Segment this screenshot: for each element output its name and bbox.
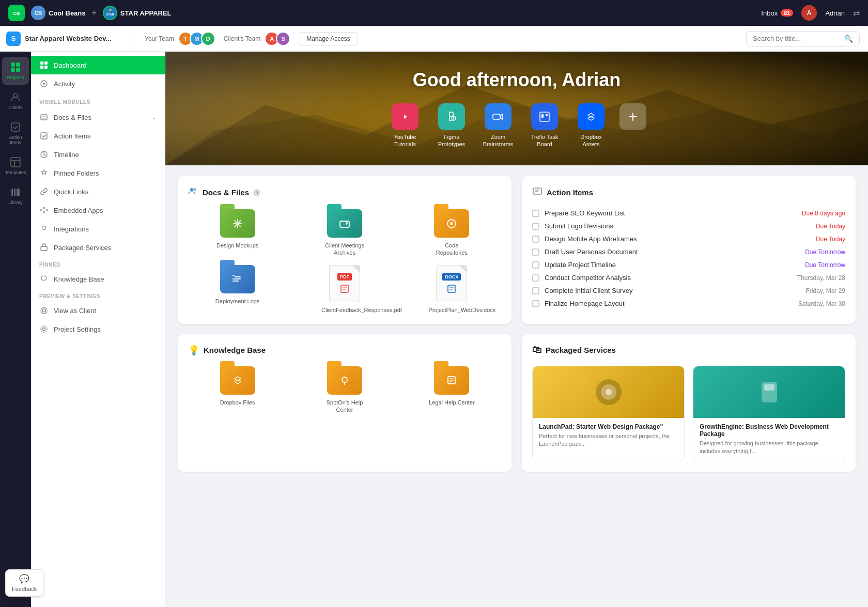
kb-spoton[interactable]: SpotOn's Help Center (295, 366, 394, 414)
docs-files-info[interactable]: ℹ (253, 189, 260, 196)
service-launchpad[interactable]: LaunchPad: Starter Web Design Package" P… (532, 366, 685, 461)
docs-files-title-text: Docs & Files (203, 188, 249, 197)
sidebar-item-projects[interactable]: Projects (2, 57, 29, 85)
search-box[interactable]: 🔍 (746, 31, 860, 46)
folder-deployment-logs[interactable]: Deployment Logs (188, 265, 287, 314)
action-items-card-title: Action Items (532, 186, 845, 199)
clients-team-label: Client's Team (224, 35, 260, 42)
sidebar-item-clients[interactable]: Clients (2, 87, 29, 115)
folder-code-repos[interactable]: Code Repositories (402, 209, 501, 257)
feedback-button[interactable]: 💬 Feedback (5, 569, 43, 597)
inbox-button[interactable]: Inbox 81 (761, 9, 793, 17)
switch-icon[interactable]: ⇄ (853, 8, 860, 18)
packaged-services-card-label: Packaged Services (546, 346, 616, 354)
search-input[interactable] (753, 35, 840, 42)
action-items-nav-icon (39, 131, 49, 141)
packaged-services-card: 🛍 Packaged Services LaunchPad: Starter W… (522, 334, 856, 472)
action-item-seo: Prepare SEO Keyword List Due 8 days ago (532, 209, 845, 217)
svg-rect-49 (340, 221, 349, 227)
app-zoom[interactable]: Zoom Brainstorms (480, 103, 516, 148)
svg-rect-70 (764, 384, 774, 391)
sidebar-item-library[interactable]: Library (2, 182, 29, 210)
knowledge-base-label: Knowledge Base (54, 275, 104, 283)
agency-name[interactable]: CB Cool Beans (31, 6, 86, 20)
kb-grid: Dropbox Files SpotOn's Help Center (188, 366, 501, 414)
action-survey-due: Friday, Mar 29 (806, 287, 845, 294)
action-wireframes-due: Due Today (816, 236, 845, 243)
svg-rect-58 (533, 188, 541, 194)
left-icon-bar: Projects Clients Action Items Templates … (0, 52, 31, 607)
manage-access-button[interactable]: Manage Access (299, 32, 358, 45)
hero-banner: Good afternoon, Adrian YouTube Tutorials… (165, 52, 868, 165)
sidebar-item-templates[interactable]: Templates (2, 152, 29, 180)
clients-team-group: Client's Team A S (224, 32, 290, 46)
svg-rect-31 (41, 133, 47, 139)
sidebar-integrations[interactable]: Integrations (31, 220, 165, 238)
client-meetings-label: Client Meetings Archives (321, 242, 368, 257)
sidebar-activity[interactable]: Activity (31, 74, 165, 93)
kb-dropbox-files[interactable]: Dropbox Files (188, 366, 287, 414)
client-switcher[interactable]: ★STAR STAR APPAREL (103, 6, 172, 20)
user-avatar[interactable]: A (801, 5, 817, 21)
agency-logo: CB (31, 6, 45, 20)
dropbox-icon (578, 103, 605, 130)
action-logo-checkbox[interactable] (532, 223, 539, 230)
service-growthengine[interactable]: GrowthEngine: Business Web Development P… (693, 366, 845, 461)
file-client-feedback[interactable]: PDF ClientFeedback_Responses.pdf (295, 265, 394, 314)
action-survey-checkbox[interactable] (532, 287, 539, 294)
sidebar-action-items[interactable]: Action Items (31, 127, 165, 145)
sidebar-timeline[interactable]: Timeline (31, 145, 165, 164)
svg-point-34 (42, 309, 45, 312)
app-dropbox[interactable]: Dropbox Assets (573, 103, 609, 148)
file-project-plan[interactable]: DOCX ProjectPlan_WebDev.docx (402, 265, 501, 314)
docs-files-chevron: ⌄ (151, 114, 157, 121)
sidebar-dashboard[interactable]: Dashboard (31, 56, 165, 74)
embedded-apps-label: Embedded Apps (54, 207, 103, 214)
folder-design-mockups[interactable]: Design Mockups (188, 209, 287, 257)
action-seo-checkbox[interactable] (532, 210, 539, 217)
sidebar-knowledge-base[interactable]: Knowledge Base (31, 270, 165, 288)
sidebar-item-action-items[interactable]: Action Items (2, 117, 29, 150)
hero-greeting: Good afternoon, Adrian (413, 69, 621, 91)
hero-apps: YouTube Tutorials Figma Prototypes Zoom … (387, 103, 646, 148)
sidebar-docs-files[interactable]: Docs & Files ⌄ (31, 108, 165, 127)
sidebar-view-as-client[interactable]: View as Client (31, 301, 165, 320)
kb-legal[interactable]: Legal Help Center (402, 366, 501, 414)
topbar-right: Inbox 81 A Adrian ⇄ (761, 5, 860, 21)
deployment-logs-folder-icon (220, 265, 255, 293)
files-grid: Design Mockups Client Meetings Archives (188, 209, 501, 314)
action-competitor-due: Thursday, Mar 28 (797, 274, 845, 282)
app-trello[interactable]: Trello Task Board (526, 103, 563, 148)
launchpad-info: LaunchPad: Starter Web Design Package" P… (533, 418, 684, 454)
pinned-folders-label: Pinned Folders (54, 169, 99, 177)
action-personas-checkbox[interactable] (532, 248, 539, 256)
action-survey-text: Complete Initial Client Survey (545, 287, 633, 294)
action-competitor-checkbox[interactable] (532, 274, 539, 282)
pinned-folders-icon (39, 168, 49, 178)
knowledge-base-card-title: 💡 Knowledge Base (188, 345, 501, 356)
sidebar-project-settings[interactable]: Project Settings (31, 320, 165, 338)
projects-label: Projects (7, 75, 24, 81)
action-wireframes-checkbox[interactable] (532, 236, 539, 243)
client-avatar-2: S (276, 32, 290, 46)
sidebar-quick-links[interactable]: Quick Links (31, 182, 165, 201)
search-icon: 🔍 (844, 35, 853, 43)
app-youtube[interactable]: YouTube Tutorials (387, 103, 423, 148)
kb-spoton-icon (327, 366, 362, 395)
action-item-timeline: Update Project Timeline Due Tomorrow (532, 261, 845, 269)
integrations-icon (39, 224, 49, 234)
action-homepage-checkbox[interactable] (532, 300, 539, 307)
app-figma[interactable]: Figma Prototypes (433, 103, 470, 148)
packaged-services-card-icon: 🛍 (532, 345, 541, 355)
team-avatar-3: D (201, 32, 215, 46)
action-timeline-checkbox[interactable] (532, 261, 539, 269)
app-logo[interactable]: CB (8, 5, 25, 21)
sidebar-embedded-apps[interactable]: Embedded Apps (31, 201, 165, 220)
sidebar-packaged-services[interactable]: Packaged Services (31, 238, 165, 257)
app-add[interactable] (619, 103, 646, 148)
sidebar-pinned-folders[interactable]: Pinned Folders (31, 164, 165, 182)
action-homepage-text: Finalize Homepage Layout (545, 300, 625, 307)
svg-rect-22 (40, 61, 43, 65)
svg-rect-55 (448, 285, 455, 292)
folder-client-meetings[interactable]: Client Meetings Archives (295, 209, 394, 257)
